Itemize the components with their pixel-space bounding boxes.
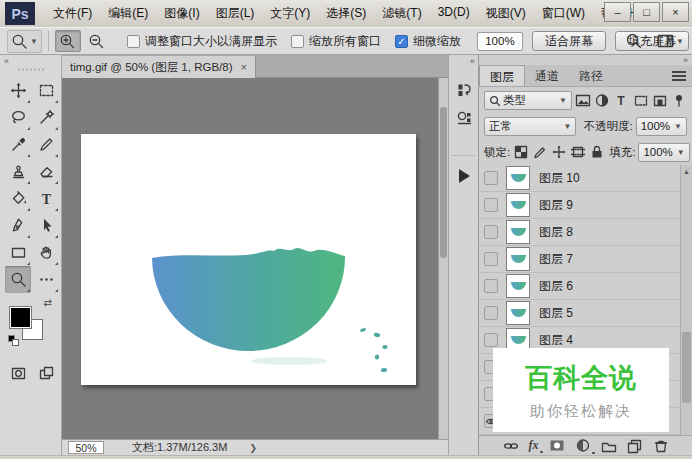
menu-item-5[interactable]: 选择(S)	[318, 2, 374, 25]
zoom-tool-preset[interactable]: ▼	[7, 30, 42, 53]
hand-tool[interactable]	[33, 239, 59, 266]
filter-shape-layers-icon[interactable]	[633, 92, 649, 108]
option-checkbox-2[interactable]: ✓细微缩放	[395, 33, 461, 50]
filter-type-dropdown[interactable]: 类型 ▼	[484, 91, 572, 110]
menu-item-2[interactable]: 图像(I)	[156, 2, 207, 25]
scroll-up-icon[interactable]: ▲	[681, 165, 692, 177]
menu-item-4[interactable]: 文字(Y)	[262, 2, 318, 25]
quick-selection-tool[interactable]	[33, 104, 59, 131]
link-icon[interactable]	[503, 438, 519, 454]
fit-screen-button[interactable]: 适合屏幕	[532, 31, 606, 51]
status-expand-icon[interactable]: ❯	[249, 443, 257, 453]
option-checkbox-0[interactable]: 调整窗口大小以满屏显示	[127, 33, 277, 50]
menu-item-3[interactable]: 图层(L)	[208, 2, 263, 25]
menu-item-9[interactable]: 窗口(W)	[534, 2, 593, 25]
lock-paint-icon[interactable]	[532, 144, 548, 160]
layer-name[interactable]: 图层 5	[539, 305, 573, 322]
filter-smart-object-icon[interactable]	[652, 92, 668, 108]
checkbox-icon[interactable]	[291, 35, 304, 48]
new-layer-icon[interactable]	[627, 438, 643, 454]
layer-thumbnail[interactable]	[506, 247, 530, 271]
checkbox-icon[interactable]	[127, 35, 140, 48]
document-canvas[interactable]	[81, 134, 416, 385]
fill-value[interactable]: 100%▼	[638, 143, 689, 162]
menu-item-1[interactable]: 编辑(E)	[100, 2, 156, 25]
zoom-value-box[interactable]: 100%	[477, 32, 523, 51]
lock-move-icon[interactable]	[551, 144, 567, 160]
layer-row[interactable]: 图层 7	[479, 246, 692, 273]
layer-mask-icon[interactable]	[549, 437, 565, 454]
visibility-toggle[interactable]	[484, 306, 498, 320]
option-checkbox-1[interactable]: 缩放所有窗口	[291, 33, 381, 50]
delete-layer-icon[interactable]	[653, 438, 669, 454]
lock-transparent-icon[interactable]	[513, 144, 529, 160]
menu-item-0[interactable]: 文件(F)	[45, 2, 100, 25]
fx-icon[interactable]: fx	[529, 438, 539, 453]
lock-artboard-icon[interactable]	[570, 144, 586, 160]
layer-thumbnail[interactable]	[506, 166, 530, 190]
filter-type-layers-icon[interactable]: T	[613, 92, 629, 108]
layer-row[interactable]: 图层 9	[479, 192, 692, 219]
filter-adjustment-layers-icon[interactable]	[594, 92, 610, 108]
visibility-toggle[interactable]	[484, 198, 498, 212]
close-button[interactable]: ×	[662, 2, 689, 22]
rect-marquee-tool[interactable]	[33, 77, 59, 104]
layer-row[interactable]: 图层 10	[479, 165, 692, 192]
close-tab-icon[interactable]: ×	[241, 61, 247, 73]
layer-thumbnail[interactable]	[506, 274, 530, 298]
layer-list-scrollbar[interactable]: ▲	[680, 165, 692, 435]
lasso-tool[interactable]	[5, 104, 31, 131]
menu-item-8[interactable]: 视图(V)	[478, 2, 534, 25]
layer-thumbnail[interactable]	[506, 220, 530, 244]
document-tab[interactable]: timg.gif @ 50% (图层 1, RGB/8) ×	[62, 56, 256, 78]
swap-colors-icon[interactable]: ⇄	[44, 297, 52, 308]
pen-tool[interactable]	[5, 212, 31, 239]
expand-dock-icon[interactable]: «	[470, 56, 474, 66]
default-colors-icon[interactable]	[8, 335, 19, 346]
eyedropper-tool[interactable]	[5, 131, 31, 158]
brush-tool[interactable]	[33, 131, 59, 158]
zoom-out-button[interactable]	[84, 30, 110, 52]
checkbox-icon[interactable]: ✓	[395, 35, 408, 48]
panel-menu-icon[interactable]	[672, 71, 686, 83]
foreground-color-swatch[interactable]	[10, 307, 31, 328]
layer-row[interactable]: 图层 6	[479, 273, 692, 300]
layer-name[interactable]: 图层 4	[539, 332, 573, 349]
adjustment-layer-icon[interactable]	[575, 437, 591, 454]
move-tool[interactable]	[5, 77, 31, 104]
status-zoom-level[interactable]: 50%	[68, 441, 104, 454]
blend-mode-dropdown[interactable]: 正常 ▼	[484, 117, 576, 136]
more-tools[interactable]	[33, 266, 59, 293]
type-tool[interactable]: T	[33, 185, 59, 212]
visibility-toggle[interactable]	[484, 252, 498, 266]
panel-tab-2[interactable]: 路径	[569, 65, 613, 86]
layer-name[interactable]: 图层 9	[539, 197, 573, 214]
menu-item-6[interactable]: 滤镜(T)	[374, 2, 429, 25]
collapse-panel-icon[interactable]: »	[479, 55, 692, 65]
quick-mask-button[interactable]	[5, 361, 31, 385]
actions-panel-icon[interactable]	[455, 167, 473, 185]
gradient-tool[interactable]	[5, 185, 31, 212]
layer-name[interactable]: 图层 7	[539, 251, 573, 268]
layer-row[interactable]: 图层 8	[479, 219, 692, 246]
zoom-tool[interactable]	[5, 266, 31, 293]
canvas-vertical-scrollbar[interactable]	[438, 78, 448, 439]
layer-thumbnail[interactable]	[506, 193, 530, 217]
visibility-toggle[interactable]	[484, 279, 498, 293]
panel-tab-0[interactable]: 图层	[479, 65, 525, 86]
collapse-tools-icon[interactable]: «	[4, 56, 8, 66]
zoom-in-button[interactable]	[55, 30, 81, 52]
panel-tab-1[interactable]: 通道	[525, 65, 569, 86]
workspace-switcher-icon[interactable]	[657, 33, 674, 49]
layer-thumbnail[interactable]	[506, 301, 530, 325]
lock-all-icon[interactable]	[589, 144, 605, 160]
filter-toggle-icon[interactable]	[671, 92, 687, 108]
filter-pixel-layers-icon[interactable]	[575, 92, 591, 108]
layer-row[interactable]: 图层 5	[479, 300, 692, 327]
maximize-button[interactable]: □	[633, 2, 660, 22]
opacity-value[interactable]: 100%▼	[636, 117, 687, 136]
visibility-toggle[interactable]	[484, 171, 498, 185]
properties-panel-icon[interactable]	[455, 109, 473, 127]
history-panel-icon[interactable]	[455, 81, 473, 99]
visibility-toggle[interactable]	[484, 225, 498, 239]
